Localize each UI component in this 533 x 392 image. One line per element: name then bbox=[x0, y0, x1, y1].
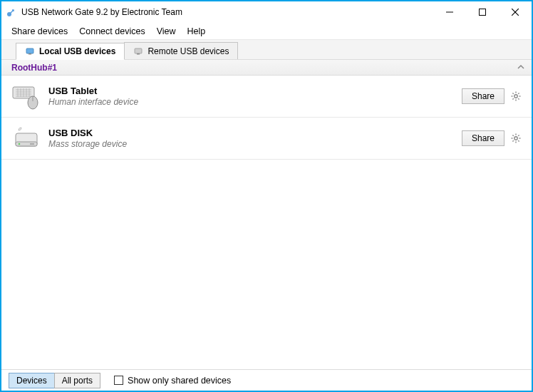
device-row[interactable]: USB Tablet Human interface device Share bbox=[1, 76, 532, 118]
tab-strip: Local USB devices Remote USB devices bbox=[1, 40, 532, 60]
svg-line-40 bbox=[518, 140, 519, 141]
tab-remote-usb[interactable]: Remote USB devices bbox=[124, 42, 238, 59]
svg-point-21 bbox=[514, 95, 517, 98]
svg-point-34 bbox=[514, 137, 517, 140]
show-only-shared-label: Show only shared devices bbox=[128, 376, 231, 386]
close-button[interactable] bbox=[499, 1, 532, 23]
svg-line-39 bbox=[512, 135, 513, 135]
show-only-shared-checkbox[interactable]: Show only shared devices bbox=[114, 376, 231, 386]
menu-view[interactable]: View bbox=[151, 24, 182, 38]
maximize-button[interactable] bbox=[466, 1, 499, 23]
bottom-bar: Devices All ports Show only shared devic… bbox=[1, 369, 532, 391]
tab-remote-label: Remote USB devices bbox=[148, 46, 229, 56]
keyboard-mouse-icon bbox=[11, 83, 41, 110]
svg-rect-8 bbox=[137, 53, 140, 55]
svg-line-42 bbox=[512, 140, 513, 141]
svg-rect-33 bbox=[30, 143, 34, 145]
app-icon bbox=[6, 6, 17, 18]
gear-icon[interactable] bbox=[510, 91, 522, 102]
device-name: USB Tablet bbox=[48, 86, 462, 96]
device-type: Mass storage device bbox=[48, 139, 462, 149]
device-name: USB DISK bbox=[48, 128, 462, 138]
usb-remote-icon bbox=[133, 46, 143, 56]
device-row[interactable]: USB DISK Mass storage device Share bbox=[1, 118, 532, 160]
svg-point-32 bbox=[19, 143, 21, 145]
device-type: Human interface device bbox=[48, 97, 462, 107]
menu-connect-devices[interactable]: Connect devices bbox=[73, 24, 150, 38]
share-button[interactable]: Share bbox=[462, 88, 504, 104]
share-button[interactable]: Share bbox=[462, 130, 504, 146]
checkbox-box bbox=[114, 376, 123, 385]
usb-local-icon bbox=[25, 46, 35, 56]
disk-icon bbox=[11, 125, 41, 152]
tab-local-usb[interactable]: Local USB devices bbox=[16, 43, 125, 60]
titlebar: USB Network Gate 9.2 by Electronic Team bbox=[1, 1, 532, 23]
hub-name: RootHub#1 bbox=[11, 63, 57, 73]
menubar: Share devices Connect devices View Help bbox=[1, 23, 532, 40]
menu-share-devices[interactable]: Share devices bbox=[6, 24, 73, 38]
svg-rect-5 bbox=[26, 48, 33, 53]
window-title: USB Network Gate 9.2 by Electronic Team bbox=[21, 7, 433, 17]
app-window: USB Network Gate 9.2 by Electronic Team … bbox=[1, 1, 532, 391]
gear-icon[interactable] bbox=[510, 133, 522, 144]
menu-help[interactable]: Help bbox=[182, 24, 212, 38]
svg-line-29 bbox=[512, 98, 513, 99]
device-info: USB Tablet Human interface device bbox=[48, 86, 462, 107]
svg-rect-6 bbox=[29, 53, 31, 55]
svg-line-26 bbox=[512, 93, 513, 93]
tab-local-label: Local USB devices bbox=[39, 46, 115, 56]
svg-line-28 bbox=[518, 93, 519, 93]
all-ports-toggle[interactable]: All ports bbox=[54, 373, 100, 388]
svg-rect-7 bbox=[135, 48, 142, 53]
svg-rect-2 bbox=[480, 9, 486, 16]
minimize-button[interactable] bbox=[433, 1, 466, 23]
hub-header[interactable]: RootHub#1 bbox=[1, 60, 532, 76]
chevron-up-icon[interactable] bbox=[517, 63, 524, 72]
device-list: USB Tablet Human interface device Share … bbox=[1, 76, 532, 369]
devices-toggle[interactable]: Devices bbox=[9, 373, 55, 388]
svg-line-41 bbox=[518, 135, 519, 135]
device-info: USB DISK Mass storage device bbox=[48, 128, 462, 149]
svg-line-27 bbox=[518, 98, 519, 99]
